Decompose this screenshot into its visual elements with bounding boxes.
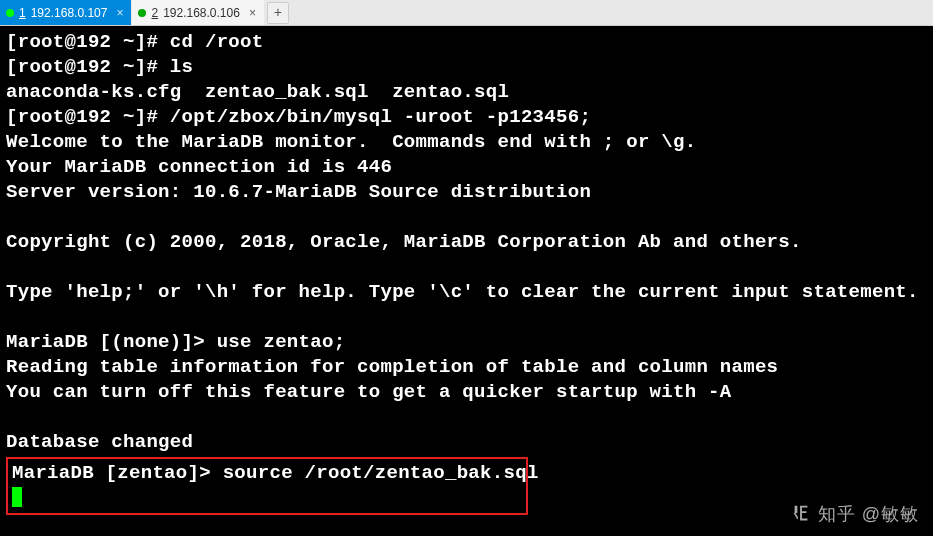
terminal-line: [root@192 ~]# cd /root [6, 30, 927, 55]
zhihu-icon [790, 503, 812, 525]
terminal-current-line: MariaDB [zentao]> source /root/zentao_ba… [12, 462, 539, 484]
terminal-line: [root@192 ~]# /opt/zbox/bin/mysql -uroot… [6, 105, 927, 130]
terminal-line: Type 'help;' or '\h' for help. Type '\c'… [6, 280, 927, 305]
terminal[interactable]: [root@192 ~]# cd /root [root@192 ~]# ls … [0, 26, 933, 519]
tab-index: 2 [151, 6, 158, 20]
tab-inactive[interactable]: 2 192.168.0.106 × [132, 0, 263, 25]
cursor-icon [12, 487, 22, 507]
terminal-line: anaconda-ks.cfg zentao_bak.sql zentao.sq… [6, 80, 927, 105]
watermark-text: 知乎 @敏敏 [818, 502, 919, 526]
plus-icon: + [274, 5, 282, 21]
terminal-line: Welcome to the MariaDB monitor. Commands… [6, 130, 927, 155]
terminal-line: You can turn off this feature to get a q… [6, 380, 927, 405]
tab-label: 192.168.0.107 [31, 6, 108, 20]
terminal-line: MariaDB [(none)]> use zentao; [6, 330, 927, 355]
close-icon[interactable]: × [249, 6, 256, 20]
terminal-line [6, 255, 927, 280]
tab-index: 1 [19, 6, 26, 20]
terminal-line [6, 305, 927, 330]
terminal-line [6, 205, 927, 230]
terminal-line: Your MariaDB connection id is 446 [6, 155, 927, 180]
terminal-line: Database changed [6, 430, 927, 455]
tab-bar: 1 192.168.0.107 × 2 192.168.0.106 × + [0, 0, 933, 26]
tab-active[interactable]: 1 192.168.0.107 × [0, 0, 131, 25]
watermark: 知乎 @敏敏 [790, 502, 919, 526]
terminal-line [6, 405, 927, 430]
add-tab-button[interactable]: + [267, 2, 289, 24]
status-dot-icon [6, 9, 14, 17]
status-dot-icon [138, 9, 146, 17]
tab-label: 192.168.0.106 [163, 6, 240, 20]
terminal-line: Copyright (c) 2000, 2018, Oracle, MariaD… [6, 230, 927, 255]
terminal-line: Reading table information for completion… [6, 355, 927, 380]
terminal-line: [root@192 ~]# ls [6, 55, 927, 80]
highlight-box: MariaDB [zentao]> source /root/zentao_ba… [6, 457, 528, 515]
terminal-line: Server version: 10.6.7-MariaDB Source di… [6, 180, 927, 205]
close-icon[interactable]: × [116, 6, 123, 20]
